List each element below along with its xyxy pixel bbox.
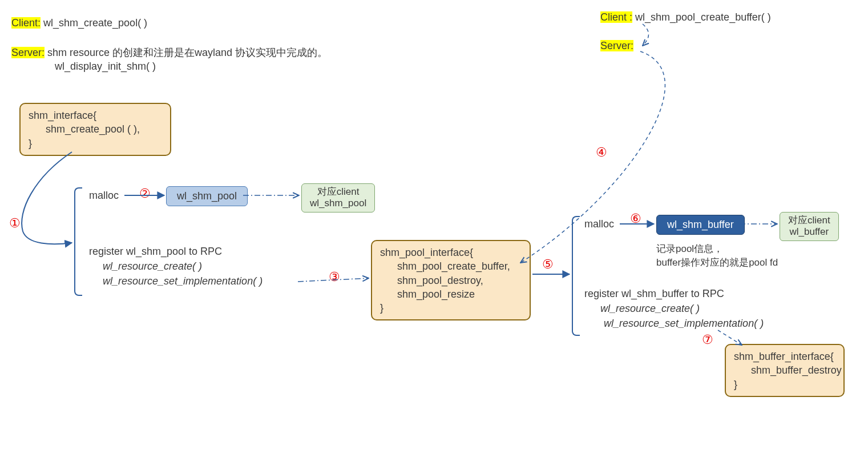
rc-create-left: wl_resource_create( ) bbox=[103, 260, 202, 272]
rc-create-right: wl_resource_create( ) bbox=[600, 303, 700, 315]
step-6: ⑥ bbox=[630, 211, 641, 226]
shm-interface-l1: shm_interface{ bbox=[29, 109, 162, 122]
client-call-right: wl_shm_pool_create_buffer( ) bbox=[632, 11, 771, 23]
step-2: ② bbox=[139, 186, 151, 201]
shm-buf-if-l3: } bbox=[734, 378, 835, 391]
right-server-line: Server: bbox=[600, 40, 633, 52]
rc-set-impl-left: wl_resource_set_implementation( ) bbox=[103, 275, 263, 287]
step-1: ① bbox=[9, 216, 21, 231]
shm-pool-if-l3: shm_pool_destroy, bbox=[380, 274, 522, 287]
shm-buf-if-l2: shm_buffer_destroy bbox=[734, 363, 835, 377]
left-bracket bbox=[74, 187, 82, 296]
right-malloc-text: malloc bbox=[584, 218, 614, 230]
shm-interface-l2: shm_create_pool ( ), bbox=[29, 122, 162, 136]
left-malloc-text: malloc bbox=[89, 190, 119, 202]
shm-interface-l3: } bbox=[29, 137, 162, 150]
right-client-line: Client : wl_shm_pool_create_buffer( ) bbox=[600, 11, 771, 23]
shm-buffer-interface-box: shm_buffer_interface{ shm_buffer_destroy… bbox=[725, 344, 845, 397]
step-3: ③ bbox=[329, 270, 340, 284]
server-text-left: shm resource 的创建和注册是在wayland 协议实现中完成的。 bbox=[45, 47, 328, 58]
shm-pool-if-l2: shm_pool_create_buffer, bbox=[380, 259, 522, 273]
shm-pool-interface-box: shm_pool_interface{ shm_pool_create_buff… bbox=[371, 240, 531, 320]
step-5: ⑤ bbox=[542, 257, 554, 272]
client-match-l1-right: 对应client bbox=[788, 215, 830, 226]
client-call-left: wl_shm_create_pool( ) bbox=[41, 17, 147, 29]
note-l1: 记录pool信息， bbox=[656, 242, 723, 255]
client-match-l2-right: wl_buffer bbox=[788, 226, 830, 238]
client-match-l1-left: 对应client bbox=[310, 186, 366, 198]
shm-pool-if-l1: shm_pool_interface{ bbox=[380, 246, 522, 259]
left-server-line1: Server: shm resource 的创建和注册是在wayland 协议实… bbox=[11, 46, 328, 59]
client-match-l2-left: wl_shm_pool bbox=[310, 198, 366, 209]
highlight-client-left: Client: bbox=[11, 17, 41, 29]
highlight-server-left: Server: bbox=[11, 47, 45, 58]
shm-buf-if-l1: shm_buffer_interface{ bbox=[734, 350, 835, 363]
client-buffer-match: 对应client wl_buffer bbox=[780, 212, 839, 241]
step-7: ⑦ bbox=[702, 332, 713, 347]
shm-pool-if-l5: } bbox=[380, 301, 522, 315]
wl-shm-pool-box: wl_shm_pool bbox=[166, 186, 248, 206]
right-bracket bbox=[572, 216, 580, 336]
left-client-line: Client: wl_shm_create_pool( ) bbox=[11, 17, 147, 29]
highlight-client-right: Client : bbox=[600, 11, 632, 23]
note-l2: buffer操作对应的就是pool fd bbox=[656, 256, 778, 269]
register-buffer-title: register wl_shm_buffer to RPC bbox=[584, 288, 724, 300]
client-shm-pool-match: 对应client wl_shm_pool bbox=[301, 183, 375, 213]
wl-shm-buffer-box: wl_shm_buffer bbox=[656, 215, 745, 235]
register-pool-title: register wl_shm_pool to RPC bbox=[89, 246, 222, 258]
shm-pool-if-l4: shm_pool_resize bbox=[380, 287, 522, 301]
rc-set-impl-right: wl_resource_set_implementation( ) bbox=[604, 318, 764, 330]
highlight-server-right: Server: bbox=[600, 40, 633, 51]
left-server-line2: wl_display_init_shm( ) bbox=[55, 61, 156, 73]
step-4: ④ bbox=[596, 145, 607, 160]
shm-interface-box: shm_interface{ shm_create_pool ( ), } bbox=[19, 103, 171, 156]
